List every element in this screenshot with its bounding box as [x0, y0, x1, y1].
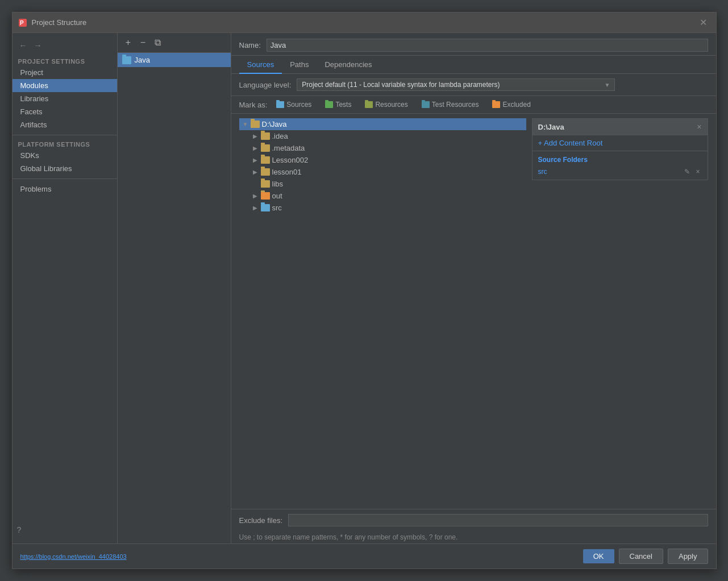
libs-label: libs — [272, 180, 284, 188]
sidebar-item-problems-label: Problems — [20, 185, 52, 193]
sidebar-item-problems[interactable]: Problems — [13, 182, 117, 196]
copy-module-button[interactable]: ⧉ — [152, 36, 164, 49]
module-item-label: Java — [135, 56, 150, 64]
sidebar-item-project[interactable]: Project — [13, 66, 117, 79]
tree-item-libs[interactable]: libs — [239, 178, 526, 190]
remove-source-folder-button[interactable]: × — [694, 167, 701, 176]
tabs-row: Sources Paths Dependencies — [231, 56, 716, 74]
root-folder-icon — [251, 121, 260, 128]
source-folder-actions: ✎ × — [683, 167, 701, 176]
tab-paths[interactable]: Paths — [282, 56, 317, 74]
language-level-dropdown[interactable]: Project default (11 - Local variable syn… — [297, 78, 615, 91]
source-folder-item-src: src ✎ × — [538, 166, 702, 177]
side-panel-header: D:\Java × — [533, 119, 708, 135]
sidebar-divider-2 — [13, 179, 117, 179]
mark-as-row: Mark as: Sources Tests Resources Test Re… — [231, 96, 716, 114]
tree-item-out[interactable]: ▶ out — [239, 190, 526, 202]
app-icon: P — [18, 18, 27, 27]
lesson002-folder-icon — [261, 156, 270, 164]
sidebar-nav: ← → — [13, 38, 117, 53]
dropdown-arrow-icon: ▼ — [604, 82, 610, 88]
apply-button[interactable]: Apply — [668, 549, 708, 564]
bottom-link[interactable]: https://blog.csdn.net/weixin_44028403 — [20, 553, 127, 560]
close-button[interactable]: ✕ — [697, 16, 710, 30]
lesson002-arrow-icon: ▶ — [253, 157, 259, 163]
mark-tests-button[interactable]: Tests — [321, 99, 356, 110]
bottom-bar: https://blog.csdn.net/weixin_44028403 OK… — [13, 543, 716, 568]
metadata-arrow-icon: ▶ — [253, 145, 259, 151]
tree-item-lesson002[interactable]: ▶ Lesson002 — [239, 154, 526, 166]
root-arrow-icon: ▼ — [243, 121, 248, 127]
tree-item-metadata[interactable]: ▶ .metadata — [239, 142, 526, 154]
tree-root-item[interactable]: ▼ D:\Java — [239, 118, 526, 130]
mark-as-label: Mark as: — [239, 101, 268, 109]
add-module-button[interactable]: + — [122, 36, 135, 49]
tree-item-lesson01[interactable]: ▶ lesson01 — [239, 166, 526, 178]
sidebar-bottom: ? — [13, 521, 117, 539]
edit-source-folder-button[interactable]: ✎ — [683, 167, 692, 176]
idea-folder-icon — [261, 132, 270, 140]
sidebar-item-libraries[interactable]: Libraries — [13, 92, 117, 105]
module-item-java[interactable]: Java — [118, 53, 231, 67]
root-label: D:\Java — [262, 120, 287, 128]
sidebar-item-artifacts[interactable]: Artifacts — [13, 118, 117, 131]
tab-dependencies[interactable]: Dependencies — [317, 56, 380, 74]
lesson01-arrow-icon: ▶ — [253, 169, 259, 175]
module-folder-icon — [122, 56, 131, 64]
tree-item-src[interactable]: ▶ src — [239, 202, 526, 214]
exclude-label: Exclude files: — [239, 516, 283, 525]
hint-text: Use ; to separate name patterns, * for a… — [231, 531, 716, 543]
mark-test-resources-button[interactable]: Test Resources — [417, 99, 484, 110]
source-folder-name: src — [538, 168, 547, 176]
tab-sources[interactable]: Sources — [239, 56, 282, 74]
file-tree: ▼ D:\Java ▶ .idea ▶ .metadata — [239, 118, 526, 504]
side-panel-close-button[interactable]: × — [697, 122, 701, 131]
mark-resources-button[interactable]: Resources — [360, 99, 412, 110]
project-settings-label: Project Settings — [13, 56, 117, 66]
name-input[interactable] — [267, 39, 708, 52]
src-folder-icon — [261, 204, 270, 211]
metadata-folder-icon — [261, 144, 270, 152]
idea-arrow-icon: ▶ — [253, 133, 259, 139]
source-folders-title: Source Folders — [538, 156, 702, 164]
sidebar-divider — [13, 135, 117, 135]
lesson002-label: Lesson002 — [272, 156, 309, 164]
sidebar-item-sdks[interactable]: SDKs — [13, 149, 117, 162]
source-folders-section: Source Folders src ✎ × — [533, 151, 708, 180]
sidebar-item-facets[interactable]: Facets — [13, 105, 117, 118]
language-level-row: Language level: Project default (11 - Lo… — [231, 74, 716, 96]
name-label: Name: — [239, 41, 261, 49]
test-resources-folder-icon — [422, 101, 430, 108]
sidebar-item-facets-label: Facets — [20, 107, 43, 116]
title-bar: P Project Structure ✕ — [13, 13, 716, 33]
cancel-button[interactable]: Cancel — [619, 549, 663, 564]
sidebar-item-libraries-label: Libraries — [20, 94, 49, 103]
lesson01-label: lesson01 — [272, 168, 302, 176]
tests-folder-icon — [325, 101, 333, 108]
sidebar: ← → Project Settings Project Modules Lib… — [13, 33, 118, 543]
module-list-panel: + − ⧉ Java — [118, 33, 231, 543]
mark-excluded-button[interactable]: Excluded — [488, 99, 535, 110]
remove-module-button[interactable]: − — [137, 36, 149, 49]
out-label: out — [272, 192, 282, 200]
module-list-toolbar: + − ⧉ — [118, 33, 231, 53]
mark-sources-button[interactable]: Sources — [272, 99, 316, 110]
side-panel-title: D:\Java — [538, 123, 564, 131]
forward-button[interactable]: → — [32, 40, 44, 51]
add-content-root-button[interactable]: + Add Content Root — [533, 135, 708, 151]
exclude-input[interactable] — [288, 514, 708, 526]
help-icon[interactable]: ? — [17, 525, 22, 534]
platform-settings-label: Platform Settings — [13, 139, 117, 149]
metadata-label: .metadata — [272, 144, 305, 152]
resources-folder-icon — [365, 101, 373, 108]
main-content: ← → Project Settings Project Modules Lib… — [13, 33, 716, 543]
sidebar-item-modules[interactable]: Modules — [13, 79, 117, 92]
back-button[interactable]: ← — [17, 40, 30, 51]
sidebar-item-global-libraries-label: Global Libraries — [20, 164, 72, 173]
project-structure-dialog: P Project Structure ✕ ← → Project Settin… — [12, 12, 717, 569]
ok-button[interactable]: OK — [583, 549, 614, 563]
title-bar-text: Project Structure — [32, 18, 697, 27]
tree-item-idea[interactable]: ▶ .idea — [239, 130, 526, 142]
sidebar-item-sdks-label: SDKs — [20, 151, 39, 160]
sidebar-item-global-libraries[interactable]: Global Libraries — [13, 162, 117, 175]
